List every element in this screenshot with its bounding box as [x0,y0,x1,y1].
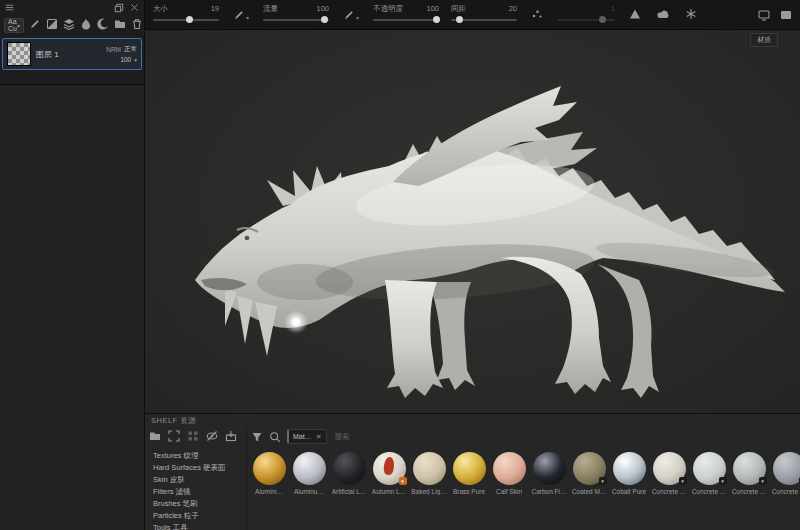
snowflake-icon [685,8,697,20]
layer-opacity[interactable]: 100 ▾ [120,56,137,63]
chevron-down-icon: ▾ [356,14,359,21]
slider-handle[interactable] [599,16,606,23]
param-value: 19 [211,5,219,13]
material-thumbnail[interactable]: ▾ [373,452,406,485]
material-thumbnail[interactable]: ▾ [773,452,800,485]
folder-icon[interactable] [149,430,161,442]
category-skin[interactable]: Skin 皮肤 [153,475,226,486]
material-name: Baked Lig… [411,488,446,495]
material-thumbnail[interactable]: ▾ [733,452,766,485]
material-name: Brass Pure [453,488,485,495]
slider-handle[interactable] [321,16,328,23]
material-thumbnail[interactable]: ▾ [693,452,726,485]
snowflake-button[interactable] [683,4,699,26]
search-input[interactable] [333,431,407,442]
material-item[interactable]: Calf Skin [489,452,529,495]
brush-cursor[interactable] [284,310,308,334]
param-slider[interactable] [263,16,329,24]
material-thumbnail[interactable] [453,452,486,485]
pressure-pen-button[interactable]: ▾ [231,7,251,23]
mask-button[interactable] [46,16,58,34]
material-badge-icon: ▾ [679,477,687,485]
category-tools[interactable]: Tools 工具 [153,523,226,530]
slider-handle[interactable] [456,16,463,23]
material-thumbnail[interactable] [533,452,566,485]
category-textures[interactable]: Textures 纹理 [153,451,226,462]
material-name: Cobalt Pure [612,488,646,495]
cloud-icon [657,8,669,20]
float-panel-icon[interactable] [114,3,124,13]
search-icon[interactable] [269,431,281,443]
material-item[interactable]: Aluminu… [289,452,329,495]
material-thumbnail[interactable] [493,452,526,485]
param-slider[interactable] [557,16,615,24]
chip-close-icon[interactable]: ✕ [316,433,322,441]
material-item[interactable]: Alumini… [249,452,289,495]
warning-triangle-button[interactable] [627,4,643,26]
material-thumbnail[interactable] [333,452,366,485]
material-thumbnail[interactable] [293,452,326,485]
material-item[interactable]: ▾Coated M… [569,452,609,495]
scatter-dots-button[interactable] [529,4,545,26]
material-item[interactable]: Carbon Fi… [529,452,569,495]
material-thumbnail[interactable] [613,452,646,485]
slider-handle[interactable] [186,16,193,23]
chevron-down-icon: ▾ [17,22,20,29]
close-panel-icon[interactable] [130,3,139,12]
param-slider[interactable] [153,16,219,24]
material-name: Carbon Fi… [531,488,566,495]
material-item[interactable]: Brass Pure [449,452,489,495]
material-thumbnail[interactable] [413,452,446,485]
moon-button[interactable] [97,16,109,34]
material-item[interactable]: Baked Lig… [409,452,449,495]
expand-icon[interactable] [168,430,180,442]
material-item[interactable]: ▾Concrete … [689,452,729,495]
material-item[interactable]: ▾Autumn L… [369,452,409,495]
material-thumbnail[interactable]: ▾ [653,452,686,485]
layers-button[interactable] [63,16,75,34]
material-thumbnail[interactable]: ▾ [573,452,606,485]
grid-icon[interactable] [187,430,199,442]
eye-slash-icon[interactable] [206,430,218,442]
category-filters[interactable]: Filters 滤镜 [153,487,226,498]
assets-shelf-panel: SHELF 资源 Mat… ✕ Textures 纹理Hard Surfaces… [145,413,800,530]
view-mode-button[interactable]: 材质 [750,33,778,47]
trash-button[interactable] [131,16,143,34]
material-name: Concrete … [692,488,727,495]
param-slider[interactable] [373,16,439,24]
material-item[interactable]: ▾Concrete … [769,452,800,495]
mask-icon [46,18,58,30]
pressure-pen-button[interactable]: ▾ [341,7,361,23]
category-brushes[interactable]: Brushes 笔刷 [153,499,226,510]
dragon-model[interactable] [145,30,800,413]
layer-blend-mode[interactable]: NRM 正常 [106,45,137,54]
category-particles[interactable]: Particles 粒子 [153,511,226,522]
layer-thumbnail[interactable] [7,42,31,66]
material-item[interactable]: ▾Concrete … [649,452,689,495]
droplet-button[interactable] [80,16,92,34]
param-label: 大小 [153,5,168,13]
material-item[interactable]: Artificial L… [329,452,369,495]
layer-row[interactable]: 图层 1 NRM 正常 100 ▾ [2,38,142,70]
search-filter-chip[interactable]: Mat… ✕ [287,429,327,444]
slider-handle[interactable] [433,16,440,23]
layers-toolbar: Aa Cu ▾ [0,15,144,35]
display-icon[interactable] [758,9,770,21]
cloud-button[interactable] [655,4,671,26]
material-item[interactable]: ▾Concrete … [729,452,769,495]
category-hard-surfaces[interactable]: Hard Surfaces 硬表面 [153,463,226,474]
material-thumbnail[interactable] [253,452,286,485]
material-item[interactable]: Cobalt Pure [609,452,649,495]
material-badge-icon: ▾ [399,477,407,485]
material-name: Artificial L… [332,488,367,495]
droplet-icon [80,18,92,30]
menu-icon[interactable] [5,3,14,12]
param-slider[interactable] [451,16,517,24]
viewport-3d[interactable]: 材质 [145,30,800,413]
folder-button[interactable] [114,16,126,34]
funnel-icon[interactable] [251,431,263,443]
import-icon[interactable] [225,430,237,442]
panel-icon[interactable] [780,9,792,21]
layer-mode-dropdown[interactable]: Aa Cu ▾ [4,18,24,33]
pen-button[interactable] [29,16,41,34]
